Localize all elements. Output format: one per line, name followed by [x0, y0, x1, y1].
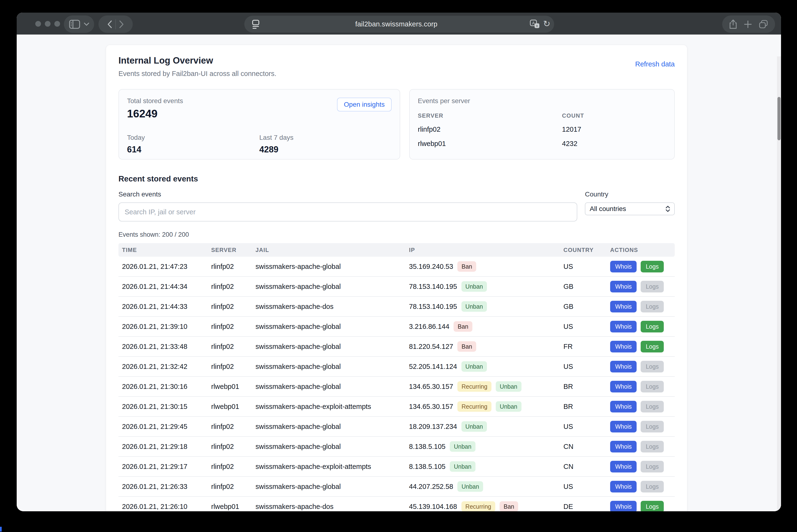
cell-actions: WhoisLogs — [606, 361, 675, 373]
open-insights-button[interactable]: Open insights — [337, 98, 392, 111]
cell-country: US — [560, 483, 606, 491]
minimize-window-button[interactable] — [45, 21, 51, 27]
page-title: Internal Log Overview — [119, 56, 276, 66]
badge-ban: Ban — [454, 321, 472, 332]
logs-button[interactable]: Logs — [641, 341, 664, 353]
forward-icon[interactable] — [119, 20, 124, 28]
reload-icon[interactable]: ↻ — [543, 20, 550, 28]
cell-jail: swissmakers-apache-global — [252, 383, 405, 391]
cell-time: 2026.01.21, 21:30:16 — [119, 383, 207, 391]
zoom-window-button[interactable] — [54, 21, 60, 27]
cell-server: rlinfp02 — [207, 323, 252, 330]
table-row: 2026.01.21, 21:29:45rlinfp02swissmakers-… — [119, 417, 675, 437]
badge-unban: Unban — [461, 421, 487, 432]
whois-button[interactable]: Whois — [610, 281, 637, 292]
cell-time: 2026.01.21, 21:29:45 — [119, 423, 207, 431]
cell-jail: swissmakers-apache-global — [252, 263, 405, 270]
logs-button[interactable]: Logs — [641, 441, 664, 453]
whois-button[interactable]: Whois — [610, 441, 637, 453]
cell-ip: 3.216.86.144Ban — [405, 321, 560, 332]
badge-ban: Ban — [457, 341, 476, 352]
table-row: 2026.01.21, 21:32:42rlinfp02swissmakers-… — [119, 357, 675, 377]
ip-address: 134.65.30.157 — [409, 403, 453, 411]
logs-button[interactable]: Logs — [641, 301, 664, 312]
whois-button[interactable]: Whois — [610, 321, 637, 332]
translate-icon[interactable]: A x — [530, 20, 540, 29]
logs-button[interactable]: Logs — [641, 381, 664, 393]
badge-unban: Unban — [496, 381, 522, 392]
whois-button[interactable]: Whois — [610, 401, 637, 413]
country-select-value: All countries — [590, 205, 626, 213]
page-settings-icon[interactable] — [249, 20, 263, 29]
cell-country: GB — [560, 303, 606, 310]
page-subtitle: Events stored by Fail2ban-UI across all … — [119, 70, 276, 78]
badge-unban: Unban — [457, 481, 483, 492]
address-bar[interactable]: fail2ban.swissmakers.corp A x ↻ — [244, 16, 554, 33]
sidebar-toggle-icon[interactable] — [69, 20, 80, 29]
cell-time: 2026.01.21, 21:26:33 — [119, 483, 207, 491]
table-row: 2026.01.21, 21:26:10rlwebp01swissmakers-… — [119, 497, 675, 511]
logs-button[interactable]: Logs — [641, 401, 664, 413]
cell-ip: 18.209.137.234Unban — [405, 421, 560, 432]
today-label: Today — [127, 134, 259, 141]
whois-button[interactable]: Whois — [610, 341, 637, 353]
refresh-data-link[interactable]: Refresh data — [635, 60, 675, 68]
chevron-down-icon[interactable] — [84, 23, 89, 26]
cell-actions: WhoisLogs — [606, 381, 675, 393]
whois-button[interactable]: Whois — [610, 421, 637, 433]
cell-ip: 8.138.5.105Unban — [405, 461, 560, 472]
logs-button[interactable]: Logs — [641, 481, 664, 492]
close-window-button[interactable] — [35, 21, 41, 27]
whois-button[interactable]: Whois — [610, 301, 637, 312]
ip-address: 3.216.86.144 — [409, 323, 449, 330]
column-header-jail: JAIL — [252, 247, 405, 253]
server-name: rlinfp02 — [418, 126, 562, 133]
last7-label: Last 7 days — [259, 134, 392, 141]
url-text[interactable]: fail2ban.swissmakers.corp — [263, 20, 530, 28]
whois-button[interactable]: Whois — [610, 261, 637, 272]
cell-jail: swissmakers-apache-dos — [252, 503, 405, 511]
cell-country: BR — [560, 403, 606, 411]
table-row: 2026.01.21, 21:30:15rlwebp01swissmakers-… — [119, 397, 675, 417]
cell-ip: 78.153.140.195Unban — [405, 301, 560, 312]
cell-actions: WhoisLogs — [606, 321, 675, 332]
logs-button[interactable]: Logs — [641, 361, 664, 373]
ip-address: 8.138.5.105 — [409, 443, 446, 451]
svg-text:x: x — [536, 23, 538, 27]
new-tab-icon[interactable] — [744, 20, 752, 28]
cell-country: FR — [560, 343, 606, 350]
ip-address: 134.65.30.157 — [409, 383, 453, 391]
share-icon[interactable] — [729, 19, 737, 29]
cell-ip: 78.153.140.195Unban — [405, 281, 560, 292]
badge-unban: Unban — [461, 361, 487, 372]
search-input[interactable] — [119, 203, 577, 222]
ip-address: 8.138.5.105 — [409, 463, 446, 471]
logs-button[interactable]: Logs — [641, 321, 664, 332]
whois-button[interactable]: Whois — [610, 461, 637, 473]
logs-button[interactable]: Logs — [641, 501, 664, 512]
sidebar-toggle-group — [64, 16, 94, 33]
scrollbar-thumb[interactable] — [777, 97, 781, 140]
server-row: rlinfp0212017 — [418, 126, 666, 133]
column-header-actions: ACTIONS — [606, 247, 675, 253]
cell-server: rlinfp02 — [207, 303, 252, 310]
tab-overview-icon[interactable] — [759, 20, 768, 29]
search-events-label: Search events — [119, 191, 577, 198]
cell-country: US — [560, 423, 606, 431]
events-table: TIMESERVERJAILIPCOUNTRYACTIONS 2026.01.2… — [119, 243, 675, 511]
cell-actions: WhoisLogs — [606, 421, 675, 433]
back-icon[interactable] — [107, 20, 112, 28]
logs-button[interactable]: Logs — [641, 281, 664, 292]
logs-button[interactable]: Logs — [641, 421, 664, 433]
table-row: 2026.01.21, 21:47:23rlinfp02swissmakers-… — [119, 257, 675, 277]
logs-button[interactable]: Logs — [641, 261, 664, 272]
whois-button[interactable]: Whois — [610, 501, 637, 512]
cell-time: 2026.01.21, 21:33:48 — [119, 343, 207, 350]
whois-button[interactable]: Whois — [610, 481, 637, 492]
cell-server: rlinfp02 — [207, 283, 252, 290]
country-select[interactable]: All countries — [585, 203, 675, 215]
cell-ip: 8.138.5.105Unban — [405, 441, 560, 452]
logs-button[interactable]: Logs — [641, 461, 664, 473]
whois-button[interactable]: Whois — [610, 361, 637, 373]
whois-button[interactable]: Whois — [610, 381, 637, 393]
